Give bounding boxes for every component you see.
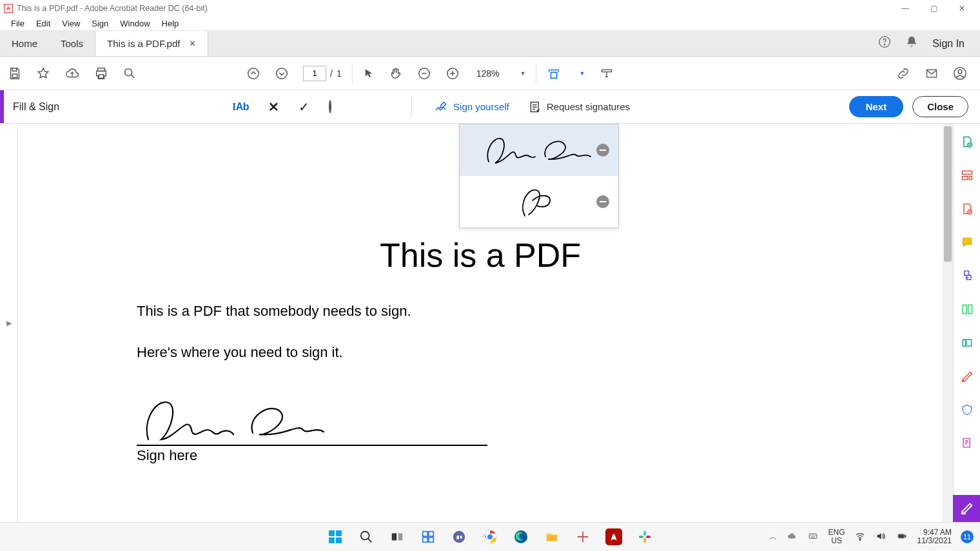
page-up-icon[interactable] — [246, 66, 260, 81]
tab-home[interactable]: Home — [0, 31, 49, 56]
teams-icon[interactable] — [451, 528, 467, 545]
slack-icon[interactable] — [636, 528, 653, 545]
next-button[interactable]: Next — [849, 96, 904, 117]
clock[interactable]: 9:47 AM 11/3/2021 — [917, 528, 952, 545]
tray-chevron-icon[interactable]: ︿ — [769, 532, 777, 543]
document-page[interactable]: This is a PDF This is a PDF that somebod… — [18, 124, 943, 522]
menu-edit[interactable]: Edit — [30, 19, 56, 28]
email-icon[interactable] — [925, 67, 939, 80]
protect-tool-icon[interactable] — [961, 403, 974, 419]
zoom-level[interactable]: 128% — [474, 68, 502, 79]
svg-rect-31 — [398, 534, 402, 541]
pdf-file-icon: A — [4, 4, 13, 13]
acrobat-icon[interactable] — [605, 528, 622, 545]
zoom-dropdown-icon[interactable]: ▼ — [520, 70, 526, 77]
page-down-icon[interactable] — [275, 66, 289, 81]
signature-option-full[interactable] — [460, 124, 618, 176]
workspace: ▶ This is a PDF This is a PDF that someb… — [0, 124, 980, 522]
menu-help[interactable]: Help — [156, 19, 185, 28]
cloud-upload-icon[interactable] — [64, 66, 80, 81]
tab-tools[interactable]: Tools — [49, 31, 95, 56]
export-pdf-tool-icon[interactable] — [961, 135, 974, 151]
chrome-icon[interactable] — [482, 528, 498, 545]
snip-icon[interactable] — [574, 528, 591, 545]
svg-rect-32 — [423, 532, 427, 536]
tab-document[interactable]: This is a PDF.pdf ✕ — [95, 31, 208, 56]
fill-sign-bar: Fill & Sign IAb ✕ ✓ Sign yourself Reques… — [0, 90, 980, 124]
more-tools-icon[interactable] — [961, 437, 974, 452]
svg-rect-2 — [12, 73, 17, 77]
create-pdf-tool-icon[interactable] — [961, 202, 974, 218]
hand-tool-icon[interactable] — [389, 66, 403, 81]
document-paragraph-1: This is a PDF that somebody needs to sig… — [137, 303, 411, 320]
sign-yourself-label: Sign yourself — [453, 101, 509, 112]
delete-signature-icon[interactable] — [596, 144, 609, 157]
explorer-icon[interactable] — [544, 528, 560, 545]
fit-dropdown-icon[interactable]: ▼ — [579, 70, 585, 77]
start-button-icon[interactable] — [327, 528, 344, 545]
save-icon[interactable] — [8, 66, 22, 81]
window-title: This is a PDF.pdf - Adobe Acrobat Reader… — [17, 4, 208, 13]
bell-icon[interactable] — [905, 35, 918, 52]
circle-tool[interactable] — [329, 101, 331, 113]
request-signatures-button[interactable]: Request signatures — [529, 101, 630, 113]
read-mode-icon[interactable] — [599, 67, 614, 80]
tray-keyboard-icon[interactable] — [807, 532, 819, 543]
fit-width-icon[interactable] — [547, 66, 561, 81]
signature-option-initials[interactable] — [460, 176, 618, 227]
x-mark-tool[interactable]: ✕ — [268, 99, 279, 115]
svg-point-6 — [248, 68, 259, 79]
svg-point-29 — [361, 532, 369, 540]
window-minimize-button[interactable]: — — [891, 4, 919, 13]
tray-battery-icon[interactable] — [896, 532, 908, 543]
comment-tool-icon[interactable] — [961, 236, 974, 251]
page-sep: / — [330, 68, 333, 79]
svg-rect-25 — [329, 530, 335, 536]
compress-tool-icon[interactable] — [961, 336, 974, 352]
task-view-icon[interactable] — [389, 528, 406, 545]
search-icon[interactable] — [358, 528, 375, 545]
notification-badge[interactable]: 11 — [961, 530, 974, 543]
window-close-button[interactable]: ✕ — [948, 4, 976, 13]
tray-volume-icon[interactable] — [875, 531, 887, 543]
edge-icon[interactable] — [513, 528, 529, 545]
close-button[interactable]: Close — [912, 96, 968, 117]
vertical-scrollbar[interactable] — [943, 124, 953, 522]
star-icon[interactable] — [36, 66, 50, 81]
account-icon[interactable] — [953, 66, 967, 81]
organize-tool-icon[interactable] — [961, 303, 974, 318]
add-text-tool[interactable]: IAb — [232, 101, 249, 113]
zoom-in-icon[interactable] — [446, 66, 460, 81]
menu-file[interactable]: File — [5, 19, 30, 28]
sign-yourself-button[interactable]: Sign yourself — [434, 101, 509, 113]
delete-initials-icon[interactable] — [596, 195, 609, 208]
select-tool-icon[interactable] — [363, 67, 375, 80]
svg-rect-22 — [968, 305, 972, 313]
redact-tool-icon[interactable] — [961, 370, 974, 385]
left-panel-toggle[interactable]: ▶ — [0, 124, 18, 522]
page-current-input[interactable] — [303, 66, 326, 81]
scrollbar-thumb[interactable] — [944, 126, 952, 262]
print-icon[interactable] — [94, 66, 108, 81]
svg-rect-40 — [547, 535, 558, 541]
menu-window[interactable]: Window — [114, 19, 155, 28]
widgets-icon[interactable] — [420, 528, 436, 545]
edit-pdf-tool-icon[interactable] — [961, 169, 974, 184]
tray-onedrive-icon[interactable] — [786, 532, 798, 543]
tray-wifi-icon[interactable] — [854, 531, 866, 543]
menu-view[interactable]: View — [56, 19, 86, 28]
placed-signature[interactable] — [137, 394, 356, 449]
tab-close-icon[interactable]: ✕ — [189, 39, 196, 48]
share-link-icon[interactable] — [896, 66, 910, 81]
fill-sign-active-tool-icon[interactable] — [953, 495, 980, 522]
combine-tool-icon[interactable] — [961, 269, 974, 285]
window-maximize-button[interactable]: ▢ — [919, 4, 948, 13]
language-indicator[interactable]: ENG US — [828, 528, 845, 545]
check-tool[interactable]: ✓ — [299, 99, 309, 115]
help-icon[interactable] — [878, 35, 891, 52]
svg-rect-24 — [963, 439, 970, 447]
menu-sign[interactable]: Sign — [86, 19, 114, 28]
sign-in-link[interactable]: Sign In — [932, 38, 965, 50]
find-icon[interactable] — [122, 66, 137, 81]
zoom-out-icon[interactable] — [417, 66, 431, 81]
